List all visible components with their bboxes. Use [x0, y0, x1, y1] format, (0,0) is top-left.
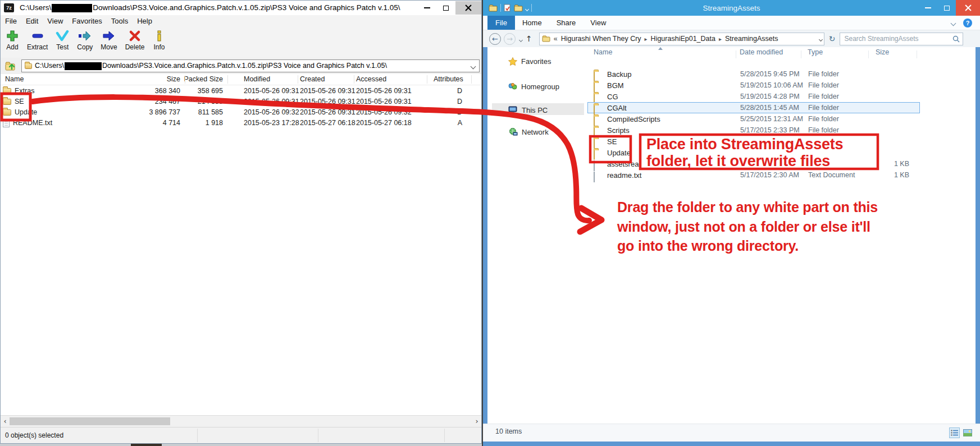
ribbon-expand-icon[interactable] — [951, 19, 955, 27]
crumb-separator-icon: ▸ — [645, 36, 648, 42]
minimize-button[interactable] — [919, 0, 937, 16]
column-packed-size[interactable]: Packed Size — [148, 74, 223, 85]
refresh-icon[interactable]: ↻ — [829, 34, 836, 43]
up-level-button[interactable] — [2, 59, 19, 73]
list-row-cgalt-selected[interactable]: CGAlt 5/28/2015 1:45 AM File folder — [587, 102, 920, 113]
homegroup-icon — [508, 82, 517, 90]
column-size[interactable]: Size — [876, 48, 889, 56]
close-button[interactable] — [455, 1, 481, 15]
tab-file[interactable]: File — [487, 16, 515, 30]
column-date-modified[interactable]: Date modified — [740, 48, 783, 56]
qat-folder-icon[interactable] — [489, 4, 498, 12]
column-type[interactable]: Type — [808, 48, 823, 56]
file-name: SE — [15, 96, 24, 107]
copy-icon — [78, 29, 92, 43]
forward-button[interactable]: → — [504, 33, 516, 45]
list-row-backup[interactable]: Backup 5/28/2015 9:45 PM File folder — [587, 68, 920, 80]
tab-view[interactable]: View — [583, 16, 613, 30]
search-input[interactable] — [843, 34, 952, 43]
qat-new-folder-icon[interactable] — [514, 4, 523, 12]
test-button[interactable]: Test — [52, 27, 73, 51]
cell-packed: 358 695 — [148, 86, 223, 96]
breadcrumb-overflow[interactable]: « — [554, 35, 558, 43]
close-button[interactable] — [956, 0, 980, 16]
list-row-bgm[interactable]: BGM 5/19/2015 10:06 AM File folder — [587, 80, 920, 91]
maximize-button[interactable] — [436, 1, 455, 15]
column-name[interactable]: Name — [5, 74, 95, 85]
address-dropdown-icon[interactable] — [819, 35, 822, 43]
horizontal-scrollbar[interactable]: ‹ › — [1, 415, 481, 427]
list-row-scripts[interactable]: Scripts 5/17/2015 2:33 PM File folder — [587, 125, 920, 136]
sidebar-item-this-pc[interactable]: This PC — [508, 104, 548, 116]
recent-locations-icon[interactable] — [519, 34, 522, 44]
scroll-right-icon[interactable]: › — [472, 416, 481, 427]
menu-favorites[interactable]: Favorites — [67, 17, 106, 25]
copy-button[interactable]: Copy — [73, 27, 97, 51]
file-row-readme[interactable]: README.txt 4 714 1 918 2015-05-23 17:28 … — [1, 118, 480, 128]
back-button[interactable]: ← — [489, 33, 501, 45]
file-row-se[interactable]: SE 234 467 214 585 2015-05-26 09:31 2015… — [1, 96, 480, 107]
move-button[interactable]: Move — [97, 27, 121, 51]
column-attributes[interactable]: Attributes — [434, 74, 478, 85]
explorer-titlebar: StreamingAssets — [483, 0, 980, 16]
tab-home[interactable]: Home — [515, 16, 549, 30]
test-icon — [56, 29, 69, 43]
explorer-list-header: Name Date modified Type Size — [483, 48, 976, 61]
address-path: C:\Users\Downloads\PS3.Voice.and.Graphic… — [35, 62, 466, 70]
list-row-cg[interactable]: CG 5/19/2015 4:28 PM File folder — [587, 91, 920, 102]
cell-modified: 2015-05-26 09:31 — [244, 86, 301, 96]
7zip-file-list: Name Size Packed Size Modified Created A… — [1, 74, 481, 415]
details-view-icon — [951, 430, 958, 436]
explorer-status-bar: 10 items — [483, 424, 980, 442]
add-button[interactable]: Add — [2, 27, 23, 51]
breadcrumb-item[interactable]: HigurashiEp01_Data — [651, 35, 715, 43]
sidebar-item-homegroup[interactable]: Homegroup — [508, 81, 559, 92]
breadcrumb-item[interactable]: Higurashi When They Cry — [561, 35, 641, 43]
network-icon — [508, 128, 518, 136]
cell-modified: 2015-05-26 09:31 — [244, 96, 301, 107]
maximize-button[interactable] — [937, 0, 956, 16]
delete-button[interactable]: Delete — [121, 27, 149, 51]
list-row-readme[interactable]: readme.txt 5/17/2015 2:30 AM Text Docume… — [587, 169, 920, 181]
menu-file[interactable]: File — [1, 17, 21, 25]
cell-accessed: 2015-05-26 09:31 — [356, 96, 413, 107]
breadcrumb[interactable]: « Higurashi When They Cry ▸ HigurashiEp0… — [539, 33, 824, 45]
column-modified[interactable]: Modified — [244, 74, 301, 85]
tab-share[interactable]: Share — [549, 16, 584, 30]
details-view-button[interactable] — [949, 427, 960, 438]
address-dropdown-icon[interactable] — [469, 62, 477, 70]
up-button[interactable]: ↑ — [526, 34, 532, 43]
scrollbar-thumb[interactable] — [10, 417, 170, 425]
folder-icon — [3, 99, 11, 105]
info-button[interactable]: Info — [148, 27, 170, 51]
column-accessed[interactable]: Accessed — [356, 74, 413, 85]
column-name[interactable]: Name — [594, 48, 612, 56]
column-created[interactable]: Created — [300, 74, 357, 85]
breadcrumb-item[interactable]: StreamingAssets — [725, 35, 778, 43]
menu-edit[interactable]: Edit — [21, 17, 43, 25]
ribbon-tabs: File Home Share View ? — [483, 16, 980, 30]
7zip-address-bar[interactable]: C:\Users\Downloads\PS3.Voice.and.Graphic… — [21, 59, 480, 72]
search-icon — [952, 35, 960, 43]
sidebar-item-network[interactable]: Network — [508, 126, 549, 137]
7zip-toolbar: Add Extract Test Copy Move Delete — [1, 27, 481, 58]
scroll-left-icon[interactable]: ‹ — [1, 416, 10, 427]
menu-view[interactable]: View — [43, 17, 67, 25]
help-icon[interactable]: ? — [963, 19, 972, 27]
menu-help[interactable]: Help — [133, 17, 157, 25]
qat-properties-icon[interactable] — [504, 4, 511, 12]
file-row-update[interactable]: Update 3 896 737 811 585 2015-05-26 09:3… — [1, 107, 480, 118]
cell-attributes: A — [415, 118, 462, 128]
menu-tools[interactable]: Tools — [107, 17, 133, 25]
qat-customize-icon[interactable] — [526, 3, 528, 13]
explorer-address-row: ← → ↑ « Higurashi When They Cry ▸ Higura… — [483, 30, 980, 47]
list-row-compiledscripts[interactable]: CompiledScripts 5/25/2015 12:31 AM File … — [587, 113, 920, 125]
redaction-block — [52, 4, 92, 12]
extract-button[interactable]: Extract — [23, 27, 52, 51]
cell-packed: 214 585 — [148, 96, 223, 107]
search-box[interactable] — [840, 33, 963, 45]
file-row-extras[interactable]: Extras 368 340 358 695 2015-05-26 09:31 … — [1, 86, 480, 96]
explorer-window-title: StreamingAssets — [483, 4, 980, 12]
thumbnails-view-button[interactable] — [962, 427, 973, 438]
minimize-button[interactable] — [417, 1, 436, 15]
